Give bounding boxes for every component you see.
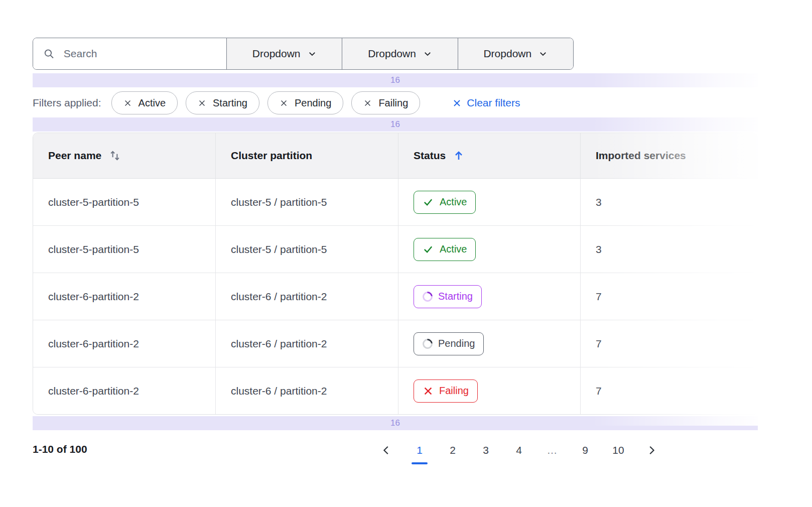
imported-services-cell: 7 bbox=[580, 273, 757, 320]
page-ellipsis: … bbox=[544, 439, 561, 461]
status-cell: Active bbox=[398, 226, 580, 273]
peers-table: Peer name Cluster partition Status bbox=[33, 133, 758, 415]
chip-label: Active bbox=[139, 97, 166, 109]
x-icon bbox=[423, 386, 434, 397]
dropdown-button-3[interactable]: Dropdown bbox=[458, 38, 573, 69]
column-header-cluster-partition[interactable]: Cluster partition bbox=[215, 133, 398, 178]
table-row[interactable]: cluster-6-partition-2 cluster-6 / partit… bbox=[33, 367, 757, 414]
dropdown-button-2[interactable]: Dropdown bbox=[342, 38, 457, 69]
chevron-down-icon bbox=[423, 49, 432, 58]
filter-chip-pending[interactable]: Pending bbox=[267, 91, 343, 114]
page-button-3[interactable]: 3 bbox=[477, 439, 494, 461]
chip-label: Starting bbox=[213, 97, 247, 109]
spinner-icon bbox=[421, 289, 435, 303]
status-label: Active bbox=[440, 243, 467, 255]
status-cell: Pending bbox=[398, 320, 580, 367]
dropdown-label: Dropdown bbox=[252, 48, 301, 60]
status-badge-pending: Pending bbox=[414, 332, 484, 355]
remove-filter-icon bbox=[280, 99, 288, 107]
status-label: Pending bbox=[438, 338, 475, 349]
status-badge-starting: Starting bbox=[414, 285, 482, 308]
table-row[interactable]: cluster-6-partition-2 cluster-6 / partit… bbox=[33, 320, 757, 367]
clear-filters-label: Clear filters bbox=[467, 97, 520, 109]
column-label: Cluster partition bbox=[231, 150, 312, 162]
check-icon bbox=[423, 196, 434, 208]
dropdown-label: Dropdown bbox=[368, 48, 416, 60]
dropdown-button-1[interactable]: Dropdown bbox=[226, 38, 342, 69]
spacing-value: 16 bbox=[390, 75, 400, 85]
table-row[interactable]: cluster-5-partition-5 cluster-5 / partit… bbox=[33, 225, 757, 273]
filters-applied-label: Filters applied: bbox=[33, 97, 101, 109]
page-button-2[interactable]: 2 bbox=[444, 439, 461, 461]
status-label: Failing bbox=[439, 385, 469, 397]
filter-chip-failing[interactable]: Failing bbox=[351, 91, 420, 114]
column-label: Imported services bbox=[596, 150, 686, 162]
table-header-row: Peer name Cluster partition Status bbox=[33, 133, 757, 179]
peerings-table-page: Dropdown Dropdown Dropdown 16 Filters ap… bbox=[0, 0, 812, 507]
spacing-annotation-bar: 16 bbox=[33, 73, 758, 87]
spacing-value: 16 bbox=[390, 119, 400, 130]
search-field[interactable] bbox=[33, 38, 226, 69]
peer-name-cell: cluster-6-partition-2 bbox=[33, 273, 215, 320]
applied-filters-row: Filters applied: Active Starting Pending… bbox=[33, 91, 758, 114]
cluster-partition-cell: cluster-6 / partition-2 bbox=[215, 320, 398, 367]
sort-up-down-icon bbox=[108, 149, 121, 162]
page-button-1[interactable]: 1 bbox=[411, 439, 428, 461]
column-header-peer-name[interactable]: Peer name bbox=[33, 133, 215, 178]
filter-chip-starting[interactable]: Starting bbox=[186, 91, 259, 114]
status-badge-active: Active bbox=[414, 191, 476, 214]
clear-filters-link[interactable]: Clear filters bbox=[452, 97, 520, 109]
page-button-4[interactable]: 4 bbox=[510, 439, 527, 461]
column-header-imported-services[interactable]: Imported services bbox=[580, 133, 757, 178]
imported-services-cell: 7 bbox=[580, 367, 757, 414]
remove-filter-icon bbox=[123, 99, 132, 107]
peer-name-cell: cluster-5-partition-5 bbox=[33, 179, 215, 225]
next-page-button[interactable] bbox=[643, 439, 660, 461]
page-button-10[interactable]: 10 bbox=[610, 439, 627, 461]
spacing-annotation-bar: 16 bbox=[33, 416, 758, 430]
chevron-right-icon bbox=[646, 445, 657, 456]
status-cell: Active bbox=[398, 179, 580, 225]
imported-services-cell: 3 bbox=[580, 179, 757, 225]
imported-services-cell: 7 bbox=[580, 320, 757, 367]
column-label: Peer name bbox=[48, 150, 101, 162]
peer-name-cell: cluster-6-partition-2 bbox=[33, 367, 215, 414]
column-label: Status bbox=[414, 150, 446, 162]
dropdown-label: Dropdown bbox=[483, 48, 531, 60]
page-button-9[interactable]: 9 bbox=[577, 439, 594, 461]
spacing-value: 16 bbox=[390, 418, 400, 428]
table-row[interactable]: cluster-6-partition-2 cluster-6 / partit… bbox=[33, 273, 757, 320]
status-badge-failing: Failing bbox=[414, 379, 478, 403]
cluster-partition-cell: cluster-6 / partition-2 bbox=[215, 273, 398, 320]
search-icon bbox=[43, 47, 55, 60]
table-row[interactable]: cluster-5-partition-5 cluster-5 / partit… bbox=[33, 179, 757, 225]
peer-name-cell: cluster-6-partition-2 bbox=[33, 320, 215, 367]
peer-name-cell: cluster-5-partition-5 bbox=[33, 226, 215, 273]
chip-label: Pending bbox=[295, 97, 331, 109]
spinner-icon bbox=[421, 336, 435, 350]
results-range-summary: 1-10 of 100 bbox=[33, 443, 87, 455]
status-cell: Starting bbox=[398, 273, 580, 320]
chevron-down-icon bbox=[308, 49, 317, 58]
column-header-status[interactable]: Status bbox=[398, 133, 580, 178]
status-cell: Failing bbox=[398, 367, 580, 414]
page-navigation: 1 2 3 4 … 9 10 bbox=[378, 439, 660, 461]
remove-filter-icon bbox=[198, 99, 206, 107]
chevron-down-icon bbox=[538, 49, 548, 58]
cluster-partition-cell: cluster-6 / partition-2 bbox=[215, 367, 398, 414]
previous-page-button[interactable] bbox=[378, 439, 395, 461]
chip-label: Failing bbox=[378, 97, 408, 109]
imported-services-cell: 3 bbox=[580, 226, 757, 273]
cluster-partition-cell: cluster-5 / partition-5 bbox=[215, 179, 398, 225]
check-icon bbox=[423, 243, 434, 255]
clear-filters-icon bbox=[452, 98, 462, 108]
sort-ascending-arrow-icon bbox=[453, 150, 465, 162]
search-input[interactable] bbox=[63, 47, 216, 60]
status-label: Starting bbox=[438, 291, 473, 302]
remove-filter-icon bbox=[363, 99, 372, 107]
spacing-annotation-bar: 16 bbox=[33, 117, 758, 132]
pagination-bar: 1-10 of 100 1 2 3 4 … 9 10 bbox=[33, 439, 758, 469]
status-label: Active bbox=[440, 196, 467, 208]
filter-chip-active[interactable]: Active bbox=[111, 91, 178, 114]
chevron-left-icon bbox=[381, 445, 392, 456]
